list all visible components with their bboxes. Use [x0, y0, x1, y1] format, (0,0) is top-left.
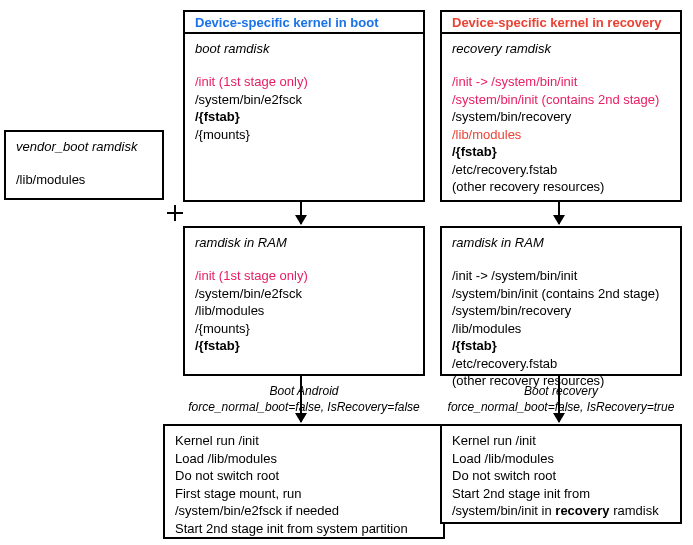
content-line: Load /lib/modules	[175, 450, 433, 468]
content-line: /system/bin/recovery	[452, 108, 670, 126]
content-line: Start 2nd stage init from system partiti…	[175, 520, 433, 538]
content-line: /system/bin/e2fsck	[195, 285, 413, 303]
content-line: (other recovery resources)	[452, 178, 670, 196]
content-line: /system/bin/init (contains 2nd stage)	[452, 91, 670, 109]
ram-rec-box: ramdisk in RAM /init -> /system/bin/init…	[440, 226, 682, 376]
content-line: /{mounts}	[195, 320, 413, 338]
content-line: /{fstab}	[452, 337, 670, 355]
content-line: /init (1st stage only)	[195, 73, 413, 91]
content-line: Kernel run /init	[452, 432, 670, 450]
arrow-ram-to-steps-boot-icon	[300, 376, 302, 422]
content-line: /{fstab}	[195, 337, 413, 355]
arrow-ram-to-steps-rec-icon	[558, 376, 560, 422]
content-line: /lib/modules	[452, 126, 670, 144]
content-line: /init -> /system/bin/init	[452, 267, 670, 285]
ram-boot-box: ramdisk in RAM /init (1st stage only)/sy…	[183, 226, 425, 376]
boot-caption: Boot Android force_normal_boot=false, Is…	[183, 384, 425, 415]
recovery-title: recovery ramdisk	[452, 40, 670, 58]
vendor-line: /lib/modules	[16, 171, 152, 189]
content-line: /etc/recovery.fstab	[452, 355, 670, 373]
content-line: First stage mount, run	[175, 485, 433, 503]
content-line: Start 2nd stage init from	[452, 485, 670, 503]
vendor-boot-ramdisk-box: vendor_boot ramdisk /lib/modules	[4, 130, 164, 200]
boot-steps-box: Kernel run /initLoad /lib/modulesDo not …	[163, 424, 445, 539]
content-line: /system/bin/e2fsck	[195, 91, 413, 109]
content-line: /etc/recovery.fstab	[452, 161, 670, 179]
ram-rec-title: ramdisk in RAM	[452, 234, 670, 252]
content-line: /init (1st stage only)	[195, 267, 413, 285]
content-line: /init -> /system/bin/init	[452, 73, 670, 91]
boot-title: boot ramdisk	[195, 40, 413, 58]
content-line: /lib/modules	[452, 320, 670, 338]
recovery-steps-box: Kernel run /initLoad /lib/modulesDo not …	[440, 424, 682, 524]
content-line: /{fstab}	[195, 108, 413, 126]
content-line: /{mounts}	[195, 126, 413, 144]
plus-merge-icon	[167, 205, 183, 221]
recovery-kernel-header: Device-specific kernel in recovery	[440, 10, 682, 34]
arrow-rec-to-ram-icon	[558, 202, 560, 224]
content-line: /lib/modules	[195, 302, 413, 320]
vendor-title: vendor_boot ramdisk	[16, 138, 152, 156]
arrow-boot-to-ram-icon	[300, 202, 302, 224]
content-line: Do not switch root	[452, 467, 670, 485]
boot-ramdisk-box: boot ramdisk /init (1st stage only)/syst…	[183, 32, 425, 202]
content-line: /system/bin/e2fsck if needed	[175, 502, 433, 520]
recovery-caption: Boot recovery force_normal_boot=false, I…	[440, 384, 682, 415]
content-line: /{fstab}	[452, 143, 670, 161]
boot-kernel-header: Device-specific kernel in boot	[183, 10, 425, 34]
content-line: Load /lib/modules	[452, 450, 670, 468]
ram-boot-title: ramdisk in RAM	[195, 234, 413, 252]
content-line: Do not switch root	[175, 467, 433, 485]
content-line: /system/bin/init in recovery ramdisk	[452, 502, 670, 520]
content-line: Kernel run /init	[175, 432, 433, 450]
content-line: /system/bin/init (contains 2nd stage)	[452, 285, 670, 303]
recovery-ramdisk-box: recovery ramdisk /init -> /system/bin/in…	[440, 32, 682, 202]
content-line: /system/bin/recovery	[452, 302, 670, 320]
